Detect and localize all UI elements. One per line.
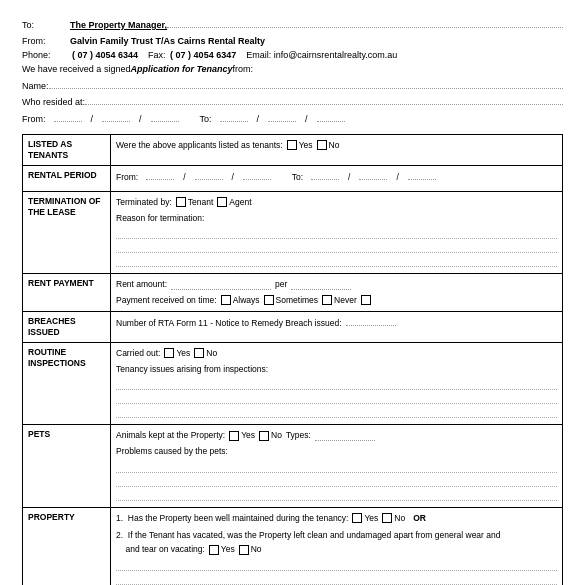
carried-out-text: Carried out:	[116, 347, 160, 360]
prop2-text: 2. If the Tenant has vacated, was the Pr…	[116, 530, 500, 540]
rent-payment-label: RENT PAYMENT	[23, 274, 111, 312]
listed-tenants-row: LISTED ASTENANTS Were the above applican…	[23, 134, 563, 165]
inspections-line1[interactable]	[116, 378, 557, 390]
pets-no-checkbox[interactable]	[259, 431, 269, 441]
per-period-field[interactable]	[291, 280, 351, 290]
problems-text: Problems caused by the pets:	[116, 446, 228, 456]
reason-line3[interactable]	[116, 255, 557, 267]
yes-checkbox-item: Yes	[287, 139, 313, 152]
carried-yes-checkbox[interactable]	[164, 348, 174, 358]
prop2-yes-checkbox[interactable]	[209, 545, 219, 555]
pets-line2[interactable]	[116, 475, 557, 487]
rental-to-year[interactable]	[408, 170, 436, 180]
name-field[interactable]	[49, 79, 563, 89]
prop1-no-checkbox[interactable]	[382, 513, 392, 523]
to-label: To:	[22, 19, 70, 32]
routine-inspections-label: ROUTINEINSPECTIONS	[23, 342, 111, 425]
pets-no-item: No	[259, 429, 282, 442]
pets-yes-checkbox[interactable]	[229, 431, 239, 441]
name-label: Name:	[22, 80, 49, 93]
types-field[interactable]	[315, 431, 375, 441]
pets-yes-label: Yes	[241, 429, 255, 442]
tenant-checkbox-item: Tenant	[176, 196, 214, 209]
signed-italic: Application for Tenancy	[130, 63, 232, 76]
rental-period-label: RENTAL PERIOD	[23, 166, 111, 192]
email-value: info@cairnsrentalrealty.com.au	[274, 50, 398, 60]
to-month[interactable]	[268, 112, 296, 122]
breaches-row: BREACHESISSUED Number of RTA Form 11 - N…	[23, 311, 563, 342]
prop1-no-label: No	[394, 512, 405, 525]
rent-payment-content: Rent amount: per Payment received on tim…	[111, 274, 563, 312]
property-label: PROPERTY	[23, 507, 111, 585]
never-extra-checkbox[interactable]	[361, 295, 371, 305]
rental-from-year[interactable]	[243, 170, 271, 180]
from-label: From:	[22, 35, 70, 48]
signed-text: We have received a signed	[22, 63, 130, 76]
rental-to-day[interactable]	[311, 170, 339, 180]
to-dotted	[167, 18, 563, 28]
property-content: 1. Has the Property been well maintained…	[111, 507, 563, 585]
tenant-checkbox[interactable]	[176, 197, 186, 207]
rental-from-month[interactable]	[195, 170, 223, 180]
rental-from-day[interactable]	[146, 170, 174, 180]
pets-line3[interactable]	[116, 489, 557, 501]
types-text: Types:	[286, 429, 311, 442]
carried-no-item: No	[194, 347, 217, 360]
from-value: Galvin Family Trust T/As Cairns Rental R…	[70, 35, 265, 48]
no-checkbox[interactable]	[317, 140, 327, 150]
signed-suffix: from:	[233, 63, 254, 76]
reason-label: Reason for termination:	[116, 213, 204, 223]
always-checkbox[interactable]	[221, 295, 231, 305]
pets-no-label: No	[271, 429, 282, 442]
property-line1[interactable]	[116, 559, 557, 571]
pets-line1[interactable]	[116, 461, 557, 473]
prop2-no-label: No	[251, 543, 262, 556]
breaches-field[interactable]	[346, 316, 396, 326]
rental-to-label: To:	[292, 171, 303, 184]
from-day[interactable]	[54, 112, 82, 122]
routine-inspections-content: Carried out: Yes No Tenancy issues arisi…	[111, 342, 563, 425]
from-year[interactable]	[151, 112, 179, 122]
resided-label: Who resided at:	[22, 96, 85, 109]
prop2-yes-label: Yes	[221, 543, 235, 556]
reason-line1[interactable]	[116, 227, 557, 239]
termination-content: Terminated by: Tenant Agent Reason for t…	[111, 191, 563, 274]
fax-label: Fax:	[148, 50, 166, 60]
pets-content: Animals kept at the Property: Yes No Typ…	[111, 425, 563, 508]
prop2-no-checkbox[interactable]	[239, 545, 249, 555]
reason-line2[interactable]	[116, 241, 557, 253]
sometimes-checkbox[interactable]	[264, 295, 274, 305]
rental-to-month[interactable]	[359, 170, 387, 180]
breaches-label: BREACHESISSUED	[23, 311, 111, 342]
pets-label: PETS	[23, 425, 111, 508]
to-label2: To:	[200, 114, 212, 124]
prop1-yes-checkbox[interactable]	[352, 513, 362, 523]
yes-checkbox[interactable]	[287, 140, 297, 150]
carried-no-label: No	[206, 347, 217, 360]
main-table: LISTED ASTENANTS Were the above applican…	[22, 134, 563, 585]
inspections-area	[116, 378, 557, 418]
from-month[interactable]	[102, 112, 130, 122]
property-line2[interactable]	[116, 573, 557, 585]
property-area	[116, 559, 557, 585]
listed-tenants-content: Were the above applicants listed as tena…	[111, 134, 563, 165]
to-day[interactable]	[220, 112, 248, 122]
inspections-line3[interactable]	[116, 406, 557, 418]
routine-inspections-row: ROUTINEINSPECTIONS Carried out: Yes No T…	[23, 342, 563, 425]
inspections-line2[interactable]	[116, 392, 557, 404]
rent-amount-field[interactable]	[171, 280, 271, 290]
to-value: The Property Manager,	[70, 19, 167, 32]
phone-value: ( 07 ) 4054 6344	[72, 50, 138, 60]
resided-field[interactable]	[85, 95, 563, 105]
carried-no-checkbox[interactable]	[194, 348, 204, 358]
from-label2: From:	[22, 114, 46, 124]
listed-tenants-text: Were the above applicants listed as tena…	[116, 139, 283, 152]
never-checkbox[interactable]	[322, 295, 332, 305]
reason-area	[116, 227, 557, 267]
agent-label: Agent	[229, 196, 251, 209]
agent-checkbox[interactable]	[217, 197, 227, 207]
or-text: OR	[413, 512, 426, 525]
phone-label: Phone:	[22, 50, 70, 60]
to-year[interactable]	[317, 112, 345, 122]
prop1-yes-label: Yes	[364, 512, 378, 525]
